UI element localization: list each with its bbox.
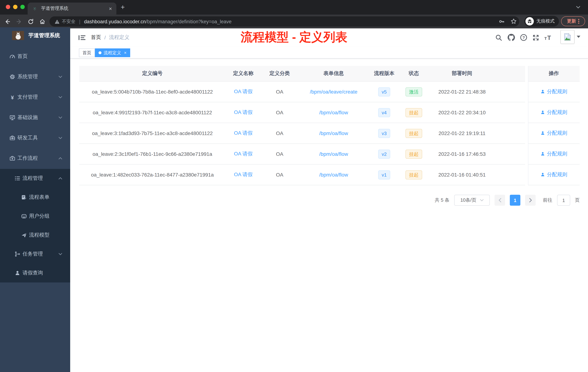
sidebar-item-payment[interactable]: ¥ 支付管理 [0,87,70,107]
form-link[interactable]: /bpm/oa/flow [319,172,348,178]
sidebar-item-label: 流程表单 [29,194,50,201]
chevron-down-icon [59,137,62,139]
incognito-label: 无痕模式 [536,18,555,24]
next-page-button[interactable] [525,195,536,206]
breadcrumb-separator: / [104,34,106,40]
incognito-chip[interactable]: 无痕模式 [524,16,559,27]
sidebar-item-home[interactable]: 首页 [0,46,70,67]
caret-down-icon[interactable] [577,36,580,38]
breadcrumb-home[interactable]: 首页 [91,34,101,41]
sidebar-item-process-management[interactable]: 流程管理 [0,169,70,188]
definition-name-link[interactable]: OA 请假 [234,151,253,156]
close-window-button[interactable] [6,5,10,9]
goto-page-input[interactable] [557,195,570,206]
sidebar-item-process-form[interactable]: 流程表单 [0,188,70,207]
column-header-name: 定义名称 [225,70,261,77]
form-link[interactable]: /bpm/oa/flow [319,109,348,115]
sidebar-item-workflow[interactable]: 工作流程 [0,148,70,169]
assign-rule-link[interactable]: 分配规则 [540,109,567,116]
active-dot-icon [99,51,101,54]
form-link[interactable]: /bpm/oa/leave/create [310,89,357,95]
search-button[interactable] [494,33,503,42]
tab-title: 芋道管理系统 [41,5,109,12]
sidebar-item-user-group[interactable]: 用户分组 [0,207,70,226]
sidebar-item-task-management[interactable]: 任务管理 [0,245,70,263]
table-header: 定义编号 定义名称 定义分类 表单信息 流程版本 状态 部署时间 [79,66,525,82]
form-icon [21,194,27,200]
definition-name-link[interactable]: OA 请假 [234,130,253,136]
prev-page-button[interactable] [494,195,505,206]
tag-home[interactable]: 首页 [79,48,95,57]
assign-rule-link[interactable]: 分配规则 [540,171,567,178]
chevron-up-icon [59,157,62,159]
security-label[interactable]: 不安全 [62,18,75,25]
user-icon [540,152,545,156]
svg-text:T: T [547,34,551,41]
paper-plane-icon [21,232,27,238]
browser-window: 芋道管理系统 × + 不安全 | dashboard.yudao.iocoder… [0,0,588,372]
new-tab-button[interactable]: + [121,4,125,10]
assign-rule-link[interactable]: 分配规则 [540,130,567,136]
star-icon[interactable] [511,18,517,24]
form-link[interactable]: /bpm/oa/flow [319,130,348,136]
font-size-icon[interactable]: TT [544,33,552,42]
assign-rule-link[interactable]: 分配规则 [540,88,567,95]
fullscreen-icon[interactable] [532,33,540,42]
tag-process-definition[interactable]: 流程定义 × [95,48,130,57]
definition-name-link[interactable]: OA 请假 [234,88,253,94]
browser-tab[interactable]: 芋道管理系统 × [28,2,116,15]
sidebar-item-leave-query[interactable]: 请假查询 [0,263,70,283]
user-icon [540,89,545,94]
status-badge: 挂起 [405,108,422,117]
sidebar-item-label: 系统管理 [17,74,38,80]
update-button[interactable]: 更新 [561,16,585,26]
page-size-select[interactable]: 10条/页 [454,195,490,206]
help-icon[interactable]: ? [519,33,528,42]
page-size-value: 10条/页 [460,197,476,203]
sidebar-item-system[interactable]: 系统管理 [0,67,70,87]
forward-button[interactable] [15,17,23,25]
table-row: oa_leave:5:004b710b-7b8a-11ec-8ef0-acde4… [79,82,525,102]
tab-search-chevron-icon[interactable] [576,6,580,9]
more-menu-dots-icon[interactable] [578,19,579,24]
sidebar-item-infrastructure[interactable]: 基础设施 [0,107,70,128]
column-header-form: 表单信息 [298,70,369,77]
table-row: oa_leave:4:991f2193-7b7f-11ec-a3c8-acde4… [79,102,525,123]
column-header-category: 定义分类 [261,70,298,77]
sidebar-item-label: 基础设施 [17,114,38,121]
column-header-deploy-time: 部署时间 [428,70,496,77]
sidebar-toggle-button[interactable] [77,33,86,42]
home-button[interactable] [38,17,47,25]
zoom-window-button[interactable] [20,5,25,9]
pagination: 共 5 条 10条/页 1 前往 页 [79,195,580,206]
definition-name-link[interactable]: OA 请假 [234,109,253,115]
column-header-status: 状态 [399,70,428,77]
tag-close-icon[interactable]: × [124,50,126,55]
sidebar-logo[interactable]: 芋道管理系统 [0,27,70,43]
workflow-submenu: 流程管理 流程表单 用户分组 流程模型 任务管理 请假查询 [0,169,70,283]
definition-name-link[interactable]: OA 请假 [234,171,253,177]
tab-close-icon[interactable]: × [109,5,112,12]
key-icon[interactable] [499,19,505,24]
broken-image-icon [564,33,571,41]
monitor-icon [10,115,15,120]
github-icon[interactable] [507,33,515,42]
minimize-window-button[interactable] [13,5,17,9]
user-avatar[interactable] [560,30,575,44]
table-row: oa_leave:1:482ec033-762a-11ec-8477-a2380… [79,164,525,185]
form-link[interactable]: /bpm/oa/flow [319,151,348,157]
sidebar-item-devtools[interactable]: 研发工具 [0,128,70,148]
sidebar-item-label: 研发工具 [17,135,38,141]
address-bar[interactable]: 不安全 | dashboard.yudao.iocoder.cn/bpm/man… [50,16,519,27]
sidebar-item-process-model[interactable]: 流程模型 [0,226,70,245]
url-domain: dashboard.yudao.iocoder.cn [84,19,146,24]
arrow-right-icon [529,198,532,202]
url-path: /bpm/manager/definition?key=oa_leave [146,19,232,24]
reload-button[interactable] [26,17,35,25]
current-page-button[interactable]: 1 [510,195,520,206]
assign-rule-link[interactable]: 分配规则 [540,151,567,157]
logo-image [12,31,24,40]
url-divider: | [79,19,80,24]
svg-text:T: T [544,36,547,41]
back-button[interactable] [3,17,12,25]
